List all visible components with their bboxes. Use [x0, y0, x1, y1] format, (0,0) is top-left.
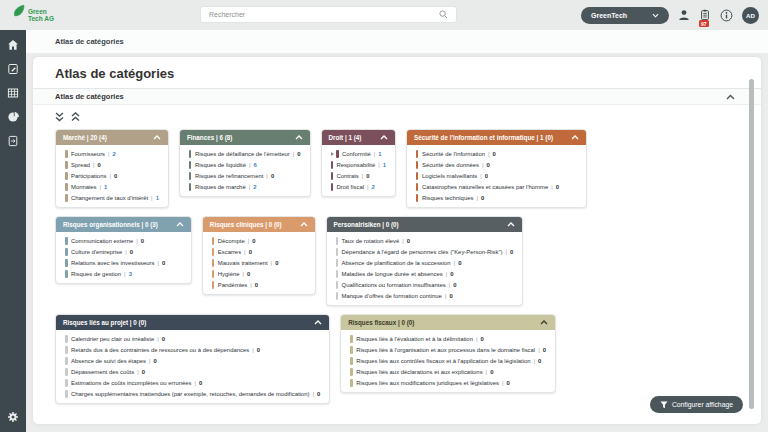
category-card-header[interactable]: Risques fiscaux | 0 (0): [341, 315, 555, 330]
user-icon[interactable]: [678, 9, 690, 21]
category-item[interactable]: Risques de marché|2: [180, 181, 310, 192]
info-icon[interactable]: [720, 9, 733, 22]
category-item[interactable]: Dépendance à l'égard de personnes clés (…: [327, 246, 523, 257]
category-color-bar: [212, 237, 215, 245]
category-item[interactable]: Risques de défaillance de l'émetteur|0: [180, 148, 310, 159]
category-card-header[interactable]: Marché | 20 (4): [56, 130, 168, 145]
chevron-up-icon: [507, 222, 515, 227]
expand-item-icon[interactable]: [331, 152, 334, 156]
category-item[interactable]: Dépassement des coûts|0: [56, 366, 329, 377]
category-item[interactable]: Risques de liquidité|6: [180, 159, 310, 170]
category-item[interactable]: Catastrophes naturelles et causées par l…: [407, 181, 586, 192]
category-item[interactable]: Risques liés à l'organisation et aux pro…: [341, 344, 555, 355]
category-item-label: Spread: [71, 162, 90, 168]
category-item[interactable]: Culture d'entreprise|0: [56, 246, 191, 257]
category-item[interactable]: Risques liés aux contrôles fiscaux et à …: [341, 355, 555, 366]
separator: |: [137, 369, 139, 375]
category-card-header[interactable]: Droit | 1 (4): [322, 130, 395, 145]
category-item-label: Risques de marché: [195, 184, 246, 190]
category-item[interactable]: Risques liés aux modifications juridique…: [341, 377, 555, 388]
category-item[interactable]: Participations|0: [56, 170, 168, 181]
category-item[interactable]: Conformité|1: [322, 148, 395, 159]
category-item[interactable]: Calendrier peu clair ou irréaliste|0: [56, 333, 329, 344]
app-logo[interactable]: Green Tech AG: [12, 4, 54, 22]
collapse-panel-icon[interactable]: [726, 94, 735, 100]
category-item[interactable]: Risques techniques|0: [407, 192, 586, 203]
expand-all-icon[interactable]: [71, 112, 80, 122]
category-card-header[interactable]: Risques organisationnels | 0 (3): [56, 217, 191, 232]
filter-icon: [660, 401, 668, 409]
category-item[interactable]: Monnaies|1: [56, 181, 168, 192]
tasks-icon[interactable]: 97: [699, 9, 711, 21]
category-color-bar: [65, 161, 68, 169]
category-item[interactable]: Sécurité des données|0: [407, 159, 586, 170]
separator: |: [158, 260, 160, 266]
category-item[interactable]: Mauvais traitement|0: [203, 257, 315, 268]
category-item[interactable]: Contrats|0: [322, 170, 395, 181]
category-item[interactable]: Changement de taux d'intérêt|1: [56, 192, 168, 203]
category-item[interactable]: Risques de gestion|3: [56, 268, 191, 279]
search-input[interactable]: Rechercher: [200, 6, 457, 23]
category-item[interactable]: Risques liés aux déclarations et aux exp…: [341, 366, 555, 377]
form-icon[interactable]: [7, 63, 19, 75]
table-icon[interactable]: [7, 87, 19, 99]
atlas-panel-header[interactable]: Atlas de catégories: [33, 88, 761, 105]
tenant-label: GreenTech: [591, 12, 627, 19]
separator: |: [502, 380, 504, 386]
avatar[interactable]: AD: [742, 7, 759, 24]
category-item[interactable]: Responsabilité|1: [322, 159, 395, 170]
separator: |: [100, 184, 102, 190]
separator: |: [476, 195, 478, 201]
tenant-dropdown[interactable]: GreenTech: [581, 7, 669, 24]
report-icon[interactable]: [7, 135, 19, 147]
category-item[interactable]: Qualifications ou formation insuffisante…: [327, 279, 523, 290]
category-item[interactable]: Pandémies|0: [203, 279, 315, 290]
category-item[interactable]: Maladies de longue durée et absences|0: [327, 268, 523, 279]
category-item[interactable]: Absence de suivi des étapes|0: [56, 355, 329, 366]
category-card-header[interactable]: Risques liés au projet | 0 (0): [56, 315, 329, 330]
configure-display-button[interactable]: Configurer affichage: [650, 396, 743, 413]
category-item[interactable]: Sécurité de l'information|0: [407, 148, 586, 159]
category-item-label: Changement de taux d'intérêt: [71, 195, 148, 201]
sidebar: [0, 30, 26, 432]
category-item[interactable]: Fournisseurs|2: [56, 148, 168, 159]
category-item[interactable]: Hygiène|0: [203, 268, 315, 279]
category-item[interactable]: Estimations de coûts incomplètes ou erro…: [56, 377, 329, 388]
category-item[interactable]: Communication externe|0: [56, 235, 191, 246]
category-item[interactable]: Manque d'offres de formation continue|0: [327, 290, 523, 301]
separator: |: [252, 347, 254, 353]
search-placeholder: Rechercher: [209, 11, 245, 18]
category-item[interactable]: Risques de refinancement|0: [180, 170, 310, 181]
category-item[interactable]: Charges supplémentaires inattendues (par…: [56, 388, 329, 399]
category-item-label: Retards dus à des contraintes de ressour…: [71, 347, 249, 353]
category-item[interactable]: Taux de rotation élevé|0: [327, 235, 523, 246]
scrollbar[interactable]: [749, 79, 754, 409]
category-item[interactable]: Droit fiscal|2: [322, 181, 395, 192]
search-icon[interactable]: [439, 10, 448, 19]
category-item[interactable]: Escarres|0: [203, 246, 315, 257]
home-icon[interactable]: [7, 39, 19, 51]
pie-chart-icon[interactable]: [7, 111, 19, 123]
category-item-count: 0: [507, 380, 510, 386]
category-item[interactable]: Absence de planification de la successio…: [327, 257, 523, 268]
separator: |: [534, 358, 536, 364]
separator: |: [108, 151, 110, 157]
category-color-bar: [189, 161, 192, 169]
category-item[interactable]: Logiciels malveillants|0: [407, 170, 586, 181]
logo-text: Green Tech AG: [28, 8, 54, 22]
category-item[interactable]: Retards dus à des contraintes de ressour…: [56, 344, 329, 355]
category-item-count: 2: [113, 151, 116, 157]
category-item[interactable]: Relations avec les investisseurs|0: [56, 257, 191, 268]
category-item[interactable]: Décompte|0: [203, 235, 315, 246]
category-card-header[interactable]: Risques cliniques | 0 (0): [203, 217, 315, 232]
category-item[interactable]: Spread|0: [56, 159, 168, 170]
category-card-header[interactable]: Personalrisiken | 0 (0): [327, 217, 523, 232]
settings-icon[interactable]: [7, 411, 19, 423]
category-card-header[interactable]: Sécurité de l'information et informatiqu…: [407, 130, 586, 145]
category-color-bar: [336, 292, 339, 300]
separator: |: [249, 162, 251, 168]
category-item[interactable]: Risques liés à l'évaluation et à la déli…: [341, 333, 555, 344]
collapse-all-icon[interactable]: [55, 112, 64, 122]
category-card-header[interactable]: Finances | 6 (8): [180, 130, 310, 145]
category-item-label: Absence de suivi des étapes: [71, 358, 146, 364]
